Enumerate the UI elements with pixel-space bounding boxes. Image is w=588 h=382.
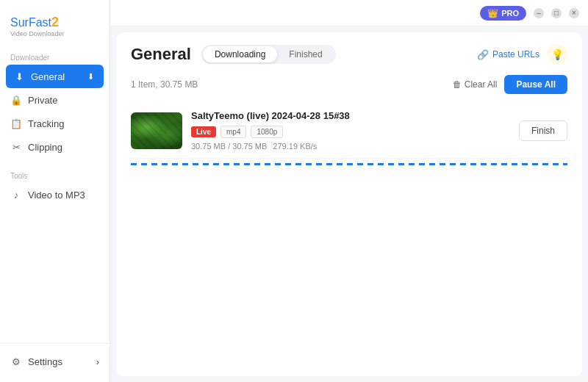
trash-icon: 🗑 [453, 79, 462, 90]
settings-arrow-icon: › [96, 356, 99, 367]
item-info: SaltyTeemo (live) 2024-04-28 15#38 Live … [191, 110, 510, 151]
stats-bar: 1 Item, 30.75 MB 🗑 Clear All Pause All [131, 75, 567, 94]
pro-badge[interactable]: 👑 PRO [480, 6, 526, 21]
main-header-left: General Downloading Finished [131, 45, 336, 64]
maximize-button[interactable]: □ [551, 8, 562, 18]
size-progress: 30.75 MB / 30.75 MB [191, 142, 267, 151]
logo-num: 2 [51, 15, 59, 29]
tab-finished[interactable]: Finished [277, 46, 334, 62]
sidebar-item-clipping[interactable]: ✂ Clipping [0, 135, 110, 159]
sidebar-item-general[interactable]: ⬇ General ⬇ [6, 65, 104, 88]
sidebar-item-tracking[interactable]: 📋 Tracking [0, 112, 110, 135]
tag-mp4: mp4 [220, 126, 246, 138]
gear-icon: ⚙ [10, 356, 22, 367]
sidebar-item-private[interactable]: 🔒 Private [0, 88, 110, 112]
thumbnail-overlay [131, 112, 182, 149]
link-icon: 🔗 [477, 49, 489, 60]
download-icon: ⬇ [13, 71, 25, 82]
download-arrow-icon: ⬇ [85, 71, 96, 82]
progress-line [131, 162, 567, 165]
lightbulb-icon[interactable]: 💡 [547, 44, 567, 65]
main-header-right: 🔗 Paste URLs 💡 [477, 44, 567, 65]
main-header: General Downloading Finished 🔗 Paste URL… [131, 44, 567, 65]
title-bar: 👑 PRO – □ × [110, 0, 588, 26]
stats-text: 1 Item, 30.75 MB [131, 79, 198, 90]
live-badge: Live [191, 126, 216, 137]
clipping-icon: ✂ [10, 141, 22, 153]
size-total: 30.75 MB [232, 142, 267, 151]
sidebar-bottom: ⚙ Settings › [0, 343, 110, 373]
private-icon: 🔒 [10, 94, 22, 106]
tab-group: Downloading Finished [201, 45, 336, 64]
tag-1080p: 1080p [251, 126, 283, 138]
size-done: 30.75 MB [191, 142, 226, 151]
download-speed: 279.19 KB/s [273, 142, 317, 151]
progress-dots [131, 163, 567, 165]
sidebar-item-video-to-mp3-label: Video to MP3 [28, 190, 85, 201]
settings-item[interactable]: ⚙ Settings › [0, 350, 110, 373]
pro-label: PRO [501, 9, 519, 18]
sidebar-item-private-label: Private [28, 95, 57, 106]
tab-downloading[interactable]: Downloading [203, 46, 277, 62]
music-icon: ♪ [10, 189, 22, 201]
action-buttons: 🗑 Clear All Pause All [453, 75, 567, 94]
sidebar-item-general-label: General [31, 71, 65, 82]
paste-urls-button[interactable]: 🔗 Paste URLs [477, 49, 539, 60]
close-button[interactable]: × [569, 8, 579, 18]
crown-icon: 👑 [487, 8, 498, 18]
tools-section-label: Tools [0, 167, 110, 183]
settings-label: Settings [28, 356, 62, 367]
tracking-icon: 📋 [10, 118, 22, 129]
thumbnail [131, 112, 182, 149]
download-item: SaltyTeemo (live) 2024-04-28 15#38 Live … [131, 103, 567, 159]
item-title: SaltyTeemo (live) 2024-04-28 15#38 [191, 110, 510, 121]
logo: SurFast2 Video Downloader [0, 9, 110, 49]
item-tags: Live mp4 1080p [191, 126, 510, 138]
sidebar: SurFast2 Video Downloader Downloader ⬇ G… [0, 0, 110, 382]
settings-left: ⚙ Settings [10, 356, 62, 367]
sidebar-item-clipping-label: Clipping [28, 142, 62, 153]
sidebar-item-video-to-mp3[interactable]: ♪ Video to MP3 [0, 183, 110, 206]
logo-sub: Video Downloader [10, 30, 64, 37]
sidebar-item-tracking-label: Tracking [28, 118, 64, 129]
logo-text-sur: SurFast [10, 16, 51, 29]
page-title: General [131, 45, 191, 64]
finish-button[interactable]: Finish [519, 120, 567, 141]
paste-urls-label: Paste URLs [492, 49, 539, 60]
main-content: General Downloading Finished 🔗 Paste URL… [116, 32, 582, 376]
clear-all-button[interactable]: 🗑 Clear All [453, 79, 498, 90]
pause-all-button[interactable]: Pause All [504, 75, 567, 94]
minimize-button[interactable]: – [534, 8, 544, 18]
main-window: 👑 PRO – □ × General Downloading Finished… [110, 0, 588, 382]
downloader-section-label: Downloader [0, 49, 110, 65]
item-progress-info: 30.75 MB / 30.75 MB 279.19 KB/s [191, 142, 510, 151]
clear-all-label: Clear All [465, 79, 498, 90]
